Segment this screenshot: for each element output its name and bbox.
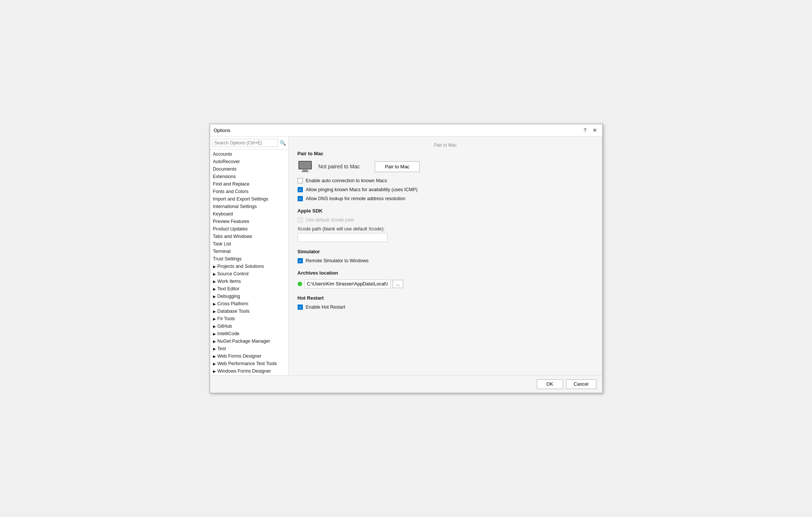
sidebar-label-text-editor: Text Editor: [218, 286, 240, 291]
nav-list: AccountsAutoRecoverDocumentsExtensionsFi…: [210, 150, 288, 375]
use-default-xcode-row: Use default Xcode path: [298, 217, 593, 223]
sidebar-label-tabs-windows: Tabs and Windows: [213, 234, 252, 239]
sidebar-item-web-forms[interactable]: ▶ Web Forms Designer: [210, 352, 288, 360]
sidebar-item-accounts[interactable]: Accounts: [210, 150, 288, 158]
sidebar-item-debugging[interactable]: ▶ Debugging: [210, 293, 288, 300]
sidebar-label-cross-platform: Cross Platform: [218, 301, 249, 306]
pair-to-mac-title: Pair to Mac: [298, 151, 593, 156]
sidebar-item-projects-solutions[interactable]: ▶ Projects and Solutions: [210, 263, 288, 270]
archives-row: ...: [298, 279, 593, 288]
main-content: Pair to Mac Pair to Mac Not paired to Ma…: [289, 137, 602, 375]
sidebar-item-text-editor[interactable]: ▶ Text Editor: [210, 285, 288, 293]
expand-arrow-intellicode: ▶: [213, 332, 216, 336]
remote-simulator-label: Remote Simulator to Windows: [306, 258, 369, 263]
not-paired-text: Not paired to Mac: [319, 163, 360, 169]
sidebar-item-cross-platform[interactable]: ▶ Cross Platform: [210, 300, 288, 308]
sidebar-item-windows-forms[interactable]: ▶ Windows Forms Designer: [210, 367, 288, 375]
sidebar-item-autorecover[interactable]: AutoRecover: [210, 158, 288, 165]
sidebar-item-intl-settings[interactable]: International Settings: [210, 203, 288, 210]
remote-simulator-checkbox[interactable]: [298, 258, 303, 263]
title-bar: Options ? ✕: [210, 124, 602, 137]
xcode-path-input[interactable]: [298, 233, 387, 242]
scroll-label: Pair to Mac: [298, 143, 593, 148]
sidebar-item-database-tools[interactable]: ▶ Database Tools: [210, 308, 288, 315]
sidebar-item-terminal[interactable]: Terminal: [210, 248, 288, 255]
sidebar-label-autorecover: AutoRecover: [213, 159, 240, 164]
sidebar-item-work-items[interactable]: ▶ Work Items: [210, 278, 288, 285]
sidebar-label-terminal: Terminal: [213, 249, 231, 254]
use-default-xcode-checkbox[interactable]: [298, 217, 303, 223]
expand-arrow-database-tools: ▶: [213, 309, 216, 313]
sidebar-item-intellicode[interactable]: ▶ IntelliCode: [210, 330, 288, 337]
sidebar-item-product-updates[interactable]: Product Updates: [210, 225, 288, 233]
archives-title: Archives location: [298, 270, 593, 276]
expand-arrow-text-editor: ▶: [213, 287, 216, 291]
apple-sdk-title: Apple SDK: [298, 208, 593, 214]
sidebar-item-test[interactable]: ▶ Test: [210, 345, 288, 352]
allow-ping-label: Allow pinging known Macs for availabilit…: [306, 187, 418, 192]
enable-hot-restart-checkbox[interactable]: [298, 305, 303, 310]
sidebar-label-task-list: Task List: [213, 241, 231, 247]
enable-hot-restart-row: Enable Hot Restart: [298, 305, 593, 310]
sidebar-label-debugging: Debugging: [218, 294, 240, 299]
sidebar-item-tabs-windows[interactable]: Tabs and Windows: [210, 233, 288, 240]
xcode-path-label: Xcode path (blank will use default Xcode…: [298, 226, 593, 232]
sidebar-item-task-list[interactable]: Task List: [210, 240, 288, 248]
sidebar-item-fsharp-tools[interactable]: ▶ F# Tools: [210, 315, 288, 322]
archives-status-dot: [298, 282, 302, 286]
sidebar-label-fsharp-tools: F# Tools: [218, 316, 235, 321]
expand-arrow-projects-solutions: ▶: [213, 264, 216, 269]
auto-connect-checkbox[interactable]: [298, 178, 303, 183]
sidebar-label-nuget: NuGet Package Manager: [218, 339, 270, 344]
sidebar-item-find-replace[interactable]: Find and Replace: [210, 180, 288, 188]
dialog-footer: OK Cancel: [210, 375, 602, 393]
sidebar-item-trust-settings[interactable]: Trust Settings: [210, 255, 288, 263]
dialog-body: 🔍 AccountsAutoRecoverDocumentsExtensions…: [210, 137, 602, 375]
allow-ping-row: Allow pinging known Macs for availabilit…: [298, 187, 593, 192]
sidebar-item-github[interactable]: ▶ GitHub: [210, 322, 288, 330]
sidebar-label-github: GitHub: [218, 324, 232, 329]
sidebar-item-preview-features[interactable]: Preview Features: [210, 218, 288, 225]
sidebar-label-work-items: Work Items: [218, 279, 241, 284]
ok-button[interactable]: OK: [537, 379, 563, 389]
sidebar-label-intl-settings: International Settings: [213, 204, 257, 209]
browse-button[interactable]: ...: [393, 280, 403, 288]
allow-dns-row: Allow DNS lookup for remote address reso…: [298, 196, 593, 201]
sidebar-label-find-replace: Find and Replace: [213, 181, 250, 187]
expand-arrow-web-perf: ▶: [213, 362, 216, 366]
expand-arrow-nuget: ▶: [213, 339, 216, 343]
sidebar-item-nuget[interactable]: ▶ NuGet Package Manager: [210, 337, 288, 345]
close-button[interactable]: ✕: [591, 126, 599, 134]
remote-simulator-row: Remote Simulator to Windows: [298, 258, 593, 263]
sidebar-label-extensions: Extensions: [213, 174, 236, 179]
sidebar-label-import-export: Import and Export Settings: [213, 196, 268, 202]
sidebar-item-keyboard[interactable]: Keyboard: [210, 210, 288, 218]
sidebar-label-documents: Documents: [213, 166, 237, 172]
sidebar: 🔍 AccountsAutoRecoverDocumentsExtensions…: [210, 137, 289, 375]
expand-arrow-web-forms: ▶: [213, 354, 216, 358]
options-dialog: Options ? ✕ 🔍 AccountsAutoRecoverDocumen…: [210, 124, 603, 393]
sidebar-label-database-tools: Database Tools: [218, 309, 250, 314]
allow-ping-checkbox[interactable]: [298, 187, 303, 192]
sidebar-item-source-control[interactable]: ▶ Source Control: [210, 270, 288, 278]
simulator-title: Simulator: [298, 249, 593, 254]
expand-arrow-github: ▶: [213, 324, 216, 328]
archives-path-input[interactable]: [304, 279, 390, 288]
sidebar-label-windows-forms: Windows Forms Designer: [218, 368, 271, 374]
xcode-path-group: Xcode path (blank will use default Xcode…: [298, 226, 593, 242]
search-box: 🔍: [210, 137, 288, 150]
sidebar-item-import-export[interactable]: Import and Export Settings: [210, 195, 288, 203]
expand-arrow-windows-forms: ▶: [213, 369, 216, 373]
search-input[interactable]: [212, 139, 278, 147]
mac-icon-screen: [298, 161, 312, 169]
help-button[interactable]: ?: [582, 126, 588, 134]
sidebar-item-fonts-colors[interactable]: Fonts and Colors: [210, 188, 288, 195]
sidebar-item-documents[interactable]: Documents: [210, 165, 288, 173]
sidebar-item-web-perf[interactable]: ▶ Web Performance Test Tools: [210, 360, 288, 367]
allow-dns-label: Allow DNS lookup for remote address reso…: [306, 196, 405, 201]
pair-to-mac-button[interactable]: Pair to Mac: [375, 161, 420, 172]
allow-dns-checkbox[interactable]: [298, 196, 303, 201]
sidebar-label-product-updates: Product Updates: [213, 226, 248, 232]
cancel-button[interactable]: Cancel: [566, 379, 596, 389]
sidebar-item-extensions[interactable]: Extensions: [210, 173, 288, 180]
